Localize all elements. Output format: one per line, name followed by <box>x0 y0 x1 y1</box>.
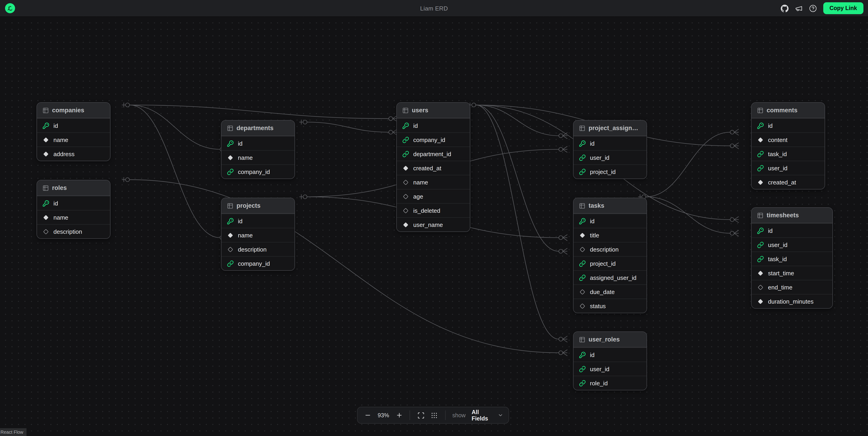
zoom-in-button[interactable] <box>394 410 404 420</box>
column-row-due_date[interactable]: due_date <box>574 284 647 299</box>
fit-view-icon[interactable] <box>416 410 426 420</box>
copy-link-button[interactable]: Copy Link <box>823 2 863 14</box>
column-row-id[interactable]: id <box>574 347 647 362</box>
column-row-content[interactable]: content <box>751 132 825 147</box>
table-header[interactable]: comments <box>751 103 825 118</box>
column-row-address[interactable]: address <box>37 147 110 161</box>
column-row-end_time[interactable]: end_time <box>751 280 832 294</box>
column-row-id[interactable]: id <box>574 136 647 150</box>
column-row-name[interactable]: name <box>37 210 110 224</box>
table-node-tasks[interactable]: tasksidtitledescriptionproject_idassigne… <box>573 198 647 313</box>
column-name: name <box>413 179 428 186</box>
column-name: id <box>238 140 243 147</box>
nullable-diamond-icon <box>757 284 764 290</box>
column-row-created_at[interactable]: created_at <box>397 161 470 175</box>
column-row-duration_minutes[interactable]: duration_minutes <box>751 294 832 308</box>
column-name: id <box>54 122 58 129</box>
column-row-status[interactable]: status <box>574 299 647 313</box>
column-row-name[interactable]: name <box>221 150 294 164</box>
table-header[interactable]: departments <box>221 121 294 136</box>
column-row-id[interactable]: id <box>397 118 470 132</box>
table-header[interactable]: tasks <box>574 198 647 214</box>
table-node-project_assignments[interactable]: project_assignmentsiduser_idproject_id <box>573 120 647 179</box>
column-row-id[interactable]: id <box>37 118 110 132</box>
not-null-diamond-icon <box>42 150 49 157</box>
table-header[interactable]: user_roles <box>574 332 647 347</box>
react-flow-attribution[interactable]: React Flow <box>0 428 27 436</box>
foreign-key-icon <box>227 260 234 267</box>
table-node-companies[interactable]: companiesidnameaddress <box>36 102 111 161</box>
github-icon[interactable] <box>781 4 788 12</box>
erd-canvas[interactable]: companiesidnameaddressrolesidnamedescrip… <box>0 17 868 436</box>
tidy-up-grid-icon[interactable] <box>430 410 439 420</box>
column-row-user_id[interactable]: user_id <box>574 362 647 376</box>
column-row-company_id[interactable]: company_id <box>221 256 294 270</box>
table-header[interactable]: companies <box>37 103 110 118</box>
table-header[interactable]: timesheets <box>751 208 832 223</box>
help-icon[interactable] <box>809 4 817 12</box>
table-node-roles[interactable]: rolesidnamedescription <box>36 180 111 239</box>
column-row-id[interactable]: id <box>751 118 825 132</box>
table-header[interactable]: project_assignments <box>574 121 647 136</box>
column-name: name <box>238 232 253 239</box>
column-row-description[interactable]: description <box>37 224 110 238</box>
zoom-out-button[interactable] <box>363 410 372 420</box>
megaphone-icon[interactable] <box>795 4 803 12</box>
column-row-is_deleted[interactable]: is_deleted <box>397 203 470 217</box>
fields-filter-dropdown[interactable]: All Fields <box>472 409 503 422</box>
table-icon <box>42 185 49 191</box>
nullable-diamond-icon <box>227 246 234 253</box>
column-row-role_id[interactable]: role_id <box>574 376 647 390</box>
column-row-age[interactable]: age <box>397 189 470 203</box>
table-name: user_roles <box>589 336 620 343</box>
foreign-key-icon <box>579 274 586 281</box>
column-row-id[interactable]: id <box>221 214 294 228</box>
column-name: content <box>768 136 787 143</box>
column-row-created_at[interactable]: created_at <box>751 175 825 189</box>
column-row-user_name[interactable]: user_name <box>397 217 470 231</box>
column-name: created_at <box>768 179 796 186</box>
column-row-description[interactable]: description <box>221 242 294 256</box>
table-name: tasks <box>589 202 604 209</box>
table-icon <box>579 336 585 343</box>
column-row-user_id[interactable]: user_id <box>751 161 825 175</box>
table-node-comments[interactable]: commentsidcontenttask_iduser_idcreated_a… <box>751 102 825 189</box>
column-row-user_id[interactable]: user_id <box>751 238 832 252</box>
column-row-id[interactable]: id <box>221 136 294 150</box>
column-row-assigned_user_id[interactable]: assigned_user_id <box>574 270 647 284</box>
primary-key-icon <box>42 122 49 129</box>
column-row-company_id[interactable]: company_id <box>221 164 294 179</box>
column-name: id <box>590 351 594 358</box>
column-row-project_id[interactable]: project_id <box>574 256 647 270</box>
column-row-task_id[interactable]: task_id <box>751 252 832 266</box>
table-header[interactable]: users <box>397 103 470 118</box>
column-row-title[interactable]: title <box>574 228 647 242</box>
column-row-id[interactable]: id <box>37 196 110 210</box>
column-row-department_id[interactable]: department_id <box>397 147 470 161</box>
column-row-company_id[interactable]: company_id <box>397 132 470 147</box>
column-name: due_date <box>590 288 615 295</box>
column-row-id[interactable]: id <box>751 223 832 238</box>
table-node-user_roles[interactable]: user_rolesiduser_idrole_id <box>573 332 647 391</box>
column-name: user_id <box>590 366 609 372</box>
column-name: company_id <box>413 136 445 143</box>
column-row-project_id[interactable]: project_id <box>574 164 647 179</box>
table-node-departments[interactable]: departmentsidnamecompany_id <box>221 120 295 179</box>
table-node-timesheets[interactable]: timesheetsiduser_idtask_idstart_timeend_… <box>751 207 833 309</box>
table-header[interactable]: projects <box>221 198 294 214</box>
column-row-description[interactable]: description <box>574 242 647 256</box>
table-node-users[interactable]: usersidcompany_iddepartment_idcreated_at… <box>396 102 470 232</box>
column-row-name[interactable]: name <box>397 175 470 189</box>
column-row-name[interactable]: name <box>221 228 294 242</box>
column-row-id[interactable]: id <box>574 214 647 228</box>
column-row-start_time[interactable]: start_time <box>751 266 832 280</box>
table-icon <box>757 212 764 218</box>
column-row-task_id[interactable]: task_id <box>751 147 825 161</box>
foreign-key-icon <box>402 150 409 157</box>
top-bar-actions: Copy Link <box>781 0 863 17</box>
table-header[interactable]: roles <box>37 180 110 196</box>
foreign-key-icon <box>757 255 764 262</box>
column-row-user_id[interactable]: user_id <box>574 150 647 164</box>
column-row-name[interactable]: name <box>37 132 110 147</box>
table-node-projects[interactable]: projectsidnamedescriptioncompany_id <box>221 198 295 271</box>
